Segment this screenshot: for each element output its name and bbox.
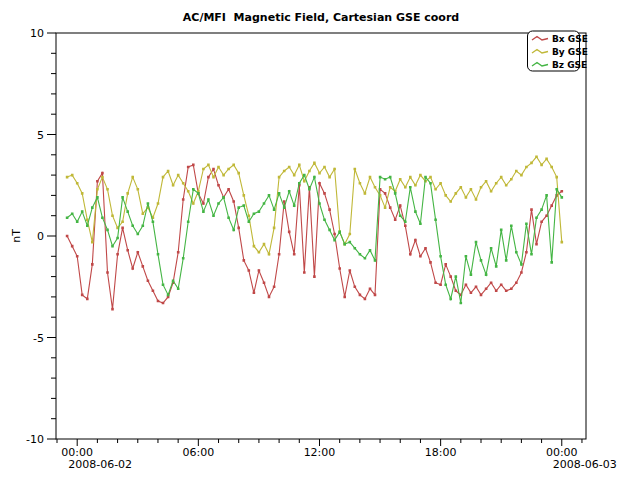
x-date-label: 2008-06-03 [553,458,617,471]
series-by [66,156,563,256]
x-date-label: 2008-06-02 [68,458,132,471]
series-line [67,175,562,303]
series-bz [66,174,563,305]
x-tick-label: 18:00 [425,446,457,459]
plot-frame [56,33,586,439]
y-tick-label: 0 [37,230,44,243]
x-tick-label: 12:00 [304,446,336,459]
legend-bz-label: Bz GSE [552,60,587,70]
y-axis-label: nT [10,229,23,243]
magnetic-field-chart: AC/MFI Magnetic Field, Cartesian GSE coo… [0,0,640,480]
x-tick-label: 06:00 [182,446,214,459]
series-line [67,157,562,255]
legend-by-label: By GSE [552,47,588,57]
y-tick-label: -10 [26,433,44,446]
magnetic-field-plot-window: AC/MFI Magnetic Field, Cartesian GSE coo… [0,0,640,480]
data-series [66,156,563,311]
y-tick-label: 5 [37,129,44,142]
y-tick-label: -5 [33,332,44,345]
chart-title: AC/MFI Magnetic Field, Cartesian GSE coo… [183,11,459,24]
series-markers [66,174,563,305]
y-tick-label: 10 [30,27,44,40]
series-markers [66,156,563,256]
legend-bx-label: Bx GSE [552,34,588,44]
legend: Bx GSE By GSE Bz GSE [528,31,588,71]
series-line [67,165,562,309]
axes: -10-5051000:002008-06-0206:0012:0018:000… [26,27,617,471]
